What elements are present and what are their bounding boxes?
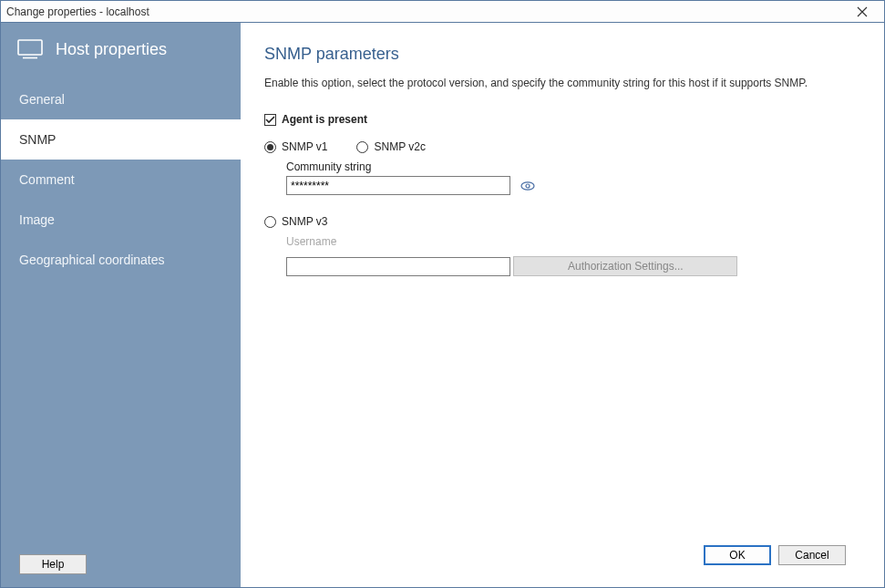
sidebar-item-geo[interactable]: Geographical coordinates [1, 240, 241, 280]
snmp-v2c-option: SNMP v2c [356, 140, 425, 153]
version-radio-row: SNMP v1 SNMP v2c [264, 140, 860, 153]
help-button[interactable]: Help [19, 554, 87, 574]
community-block: Community string [286, 160, 860, 195]
eye-icon [520, 181, 535, 191]
snmp-v2c-radio[interactable] [356, 141, 368, 153]
snmp-v3-radio[interactable] [264, 216, 276, 228]
snmp-v3-option: SNMP v3 [264, 215, 860, 228]
page-description: Enable this option, select the protocol … [264, 77, 860, 89]
sidebar-title: Host properties [56, 40, 167, 59]
community-field-row [286, 176, 860, 195]
svg-rect-0 [18, 40, 42, 55]
agent-present-row: Agent is present [264, 113, 860, 126]
agent-present-checkbox[interactable] [264, 114, 276, 126]
sidebar-item-snmp[interactable]: SNMP [1, 119, 241, 160]
username-block: Username Authorization Settings... [286, 235, 860, 276]
page-title: SNMP parameters [264, 45, 860, 64]
svg-point-2 [521, 181, 534, 189]
cancel-button[interactable]: Cancel [778, 545, 846, 565]
monitor-icon [17, 39, 43, 59]
ok-button[interactable]: OK [704, 545, 771, 565]
sidebar-spacer [1, 280, 241, 545]
snmp-v2c-label: SNMP v2c [374, 140, 425, 153]
reveal-password-button[interactable] [520, 178, 536, 194]
snmp-v3-block: SNMP v3 Username Authorization Settings.… [264, 215, 860, 276]
dialog-body: Host properties General SNMP Comment Ima… [1, 23, 884, 587]
snmp-v1-label: SNMP v1 [282, 140, 327, 153]
dialog-footer: OK Cancel [264, 536, 860, 578]
snmp-v1-radio[interactable] [264, 141, 276, 153]
agent-present-label: Agent is present [282, 113, 367, 126]
help-row: Help [1, 545, 241, 587]
username-input[interactable] [286, 257, 510, 276]
main-panel: SNMP parameters Enable this option, sele… [241, 23, 884, 587]
sidebar-items: General SNMP Comment Image Geographical … [1, 79, 241, 280]
main-content: SNMP parameters Enable this option, sele… [264, 45, 860, 536]
window-title: Change properties - localhost [6, 5, 149, 18]
community-label: Community string [286, 160, 860, 173]
titlebar: Change properties - localhost [1, 1, 884, 23]
sidebar-item-image[interactable]: Image [1, 200, 241, 240]
sidebar-header: Host properties [1, 23, 241, 79]
svg-point-3 [526, 184, 530, 188]
sidebar: Host properties General SNMP Comment Ima… [1, 23, 241, 587]
dialog-window: Change properties - localhost Host prope… [0, 0, 885, 588]
username-label: Username [286, 235, 860, 248]
check-icon [265, 115, 275, 125]
sidebar-item-general[interactable]: General [1, 79, 241, 119]
snmp-v1-option: SNMP v1 [264, 140, 327, 153]
close-button[interactable] [844, 3, 880, 21]
community-input[interactable] [286, 176, 510, 195]
authorization-settings-button[interactable]: Authorization Settings... [513, 256, 737, 276]
sidebar-item-comment[interactable]: Comment [1, 160, 241, 200]
snmp-v3-label: SNMP v3 [282, 215, 327, 228]
close-icon [857, 6, 868, 17]
